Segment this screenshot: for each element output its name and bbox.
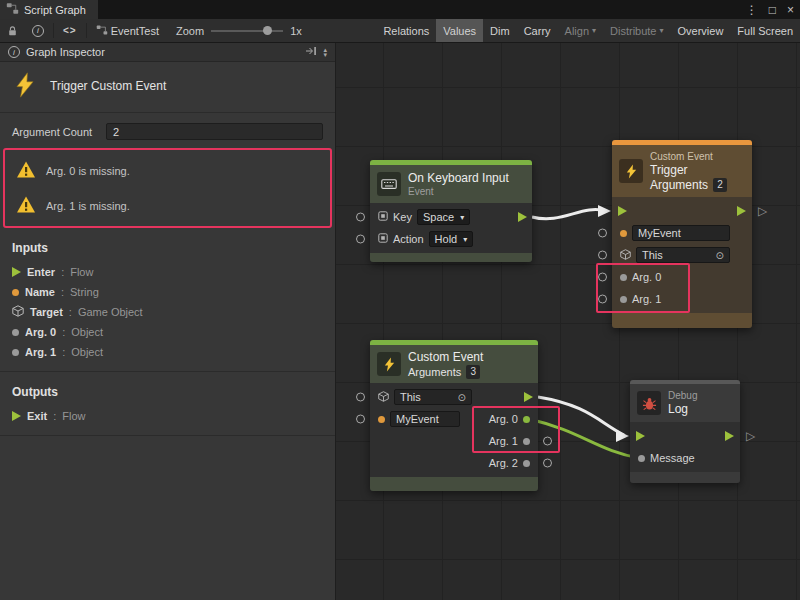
arg1-outer-port[interactable]	[543, 437, 552, 446]
arg1-row: Arg. 1	[612, 288, 752, 310]
object-port-icon	[620, 274, 627, 281]
window-menu-icon[interactable]: ⋮	[746, 3, 758, 17]
string-port-icon	[620, 230, 627, 237]
port-list-item: Target : Game Object	[12, 302, 323, 322]
align-label: Align	[565, 25, 589, 37]
node-header: Custom Event Arguments 3	[370, 345, 538, 383]
lock-icon[interactable]	[0, 19, 25, 42]
action-dropdown[interactable]: Hold ▾	[429, 231, 474, 247]
info-button[interactable]: i	[25, 19, 51, 42]
action-input-port[interactable]	[356, 235, 365, 244]
wire-arguments-to-debug[interactable]	[538, 397, 624, 435]
string-port-icon	[378, 416, 385, 423]
action-label: Action	[393, 233, 424, 245]
continue-indicator-icon: ▷	[758, 204, 767, 218]
inputs-section-header: Inputs	[12, 241, 323, 255]
continue-indicator-icon: ▷	[746, 429, 755, 443]
arg0-input-port[interactable]	[598, 273, 607, 282]
warning-text: Arg. 0 is missing.	[46, 165, 130, 177]
action-row: Action Hold ▾	[370, 228, 532, 250]
arg2-output-port[interactable]	[523, 460, 530, 467]
carry-button[interactable]: Carry	[517, 19, 558, 42]
relations-button[interactable]: Relations	[376, 19, 436, 42]
inspected-unit-title: Trigger Custom Event	[50, 79, 166, 93]
dock-icon[interactable]	[305, 46, 317, 58]
inspector-header-title: Graph Inspector	[26, 46, 105, 58]
node-title: Trigger	[650, 163, 727, 177]
arg0-row: Arg. 0	[612, 266, 752, 288]
flow-output-port[interactable]	[725, 431, 734, 441]
graph-canvas[interactable]: On Keyboard Input Event Key Space ▾	[336, 43, 800, 600]
align-button[interactable]: Align ▾	[558, 19, 603, 42]
custom-event-icon	[12, 72, 38, 100]
window-maximize-icon[interactable]: □	[769, 3, 776, 17]
key-row: Key Space ▾	[370, 206, 532, 228]
port-list-item: Name : String	[12, 282, 323, 302]
tab-script-graph[interactable]: Script Graph	[0, 0, 98, 19]
node-title: On Keyboard Input	[408, 171, 509, 185]
target-field[interactable]: This ⊙	[394, 389, 472, 405]
target-input-port[interactable]	[598, 251, 607, 260]
target-field[interactable]: This ⊙	[636, 247, 730, 263]
port-type: Object	[71, 326, 103, 338]
code-view-button[interactable]: <>	[56, 19, 84, 42]
name-input-port[interactable]	[356, 415, 365, 424]
full-screen-button[interactable]: Full Screen	[730, 19, 800, 42]
node-on-keyboard-input[interactable]: On Keyboard Input Event Key Space ▾	[370, 160, 532, 262]
message-input-port[interactable]	[638, 455, 645, 462]
argument-count-badge: 2	[713, 178, 727, 192]
object-picker-icon[interactable]: ⊙	[458, 392, 466, 403]
arg2-outer-port[interactable]	[543, 459, 552, 468]
graph-inspector-panel: i Graph Inspector ▴ ▾ Trigger Custom Eve…	[0, 43, 336, 600]
graph-reference[interactable]: EventTest	[89, 19, 166, 42]
event-name-field[interactable]: MyEvent	[390, 411, 460, 427]
arg1-output-port[interactable]	[523, 438, 530, 445]
target-input-port[interactable]	[356, 393, 365, 402]
window-close-icon[interactable]: ×	[787, 3, 794, 17]
node-footer	[630, 472, 740, 483]
values-button[interactable]: Values	[436, 19, 483, 42]
arg2-row: Arg. 2	[370, 452, 538, 474]
toolbar-separator	[86, 23, 87, 38]
node-custom-event[interactable]: Custom Event Arguments 3 This ⊙	[370, 340, 538, 491]
node-debug-log[interactable]: Debug Log Message	[630, 380, 740, 483]
port-name: Name	[25, 286, 55, 298]
graph-toolbar: i <> EventTest Zoom 1x Relations Values …	[0, 19, 800, 43]
overview-button[interactable]: Overview	[671, 19, 731, 42]
arg1-input-port[interactable]	[598, 295, 607, 304]
port-list-item: Exit : Flow	[12, 406, 323, 426]
graph-name: EventTest	[111, 25, 159, 37]
flow-output-port[interactable]	[518, 212, 527, 222]
node-header: On Keyboard Input Event	[370, 165, 532, 203]
flow-output-port[interactable]	[737, 206, 746, 216]
flow-output-port[interactable]	[524, 392, 533, 402]
zoom-slider-knob[interactable]	[263, 26, 272, 35]
key-label: Key	[393, 211, 412, 223]
spinner-icon[interactable]: ▴ ▾	[323, 47, 327, 57]
flow-input-port[interactable]	[636, 431, 645, 441]
warning-row: Arg. 1 is missing.	[7, 188, 328, 223]
node-subtitle: Arguments 3	[408, 365, 483, 379]
target-row: This ⊙	[370, 386, 538, 408]
name-input-port[interactable]	[598, 229, 607, 238]
action-value: Hold	[435, 233, 458, 245]
object-picker-icon[interactable]: ⊙	[716, 250, 724, 261]
port-name: Arg. 0	[25, 326, 56, 338]
info-icon: i	[32, 25, 44, 37]
node-trigger-custom-event[interactable]: Custom Event Trigger Arguments 2	[612, 140, 752, 328]
argument-count-input[interactable]: 2	[106, 123, 323, 140]
dim-button[interactable]: Dim	[483, 19, 517, 42]
wire-keyboard-to-trigger[interactable]	[532, 210, 606, 219]
zoom-slider[interactable]	[211, 30, 283, 32]
key-dropdown[interactable]: Space ▾	[417, 209, 470, 225]
event-name-field[interactable]: MyEvent	[632, 225, 730, 241]
arg0-output-port[interactable]	[523, 416, 530, 423]
node-subtitle: Event	[408, 186, 509, 197]
distribute-button[interactable]: Distribute ▾	[603, 19, 670, 42]
event-name-row: MyEvent	[612, 222, 752, 244]
outputs-section-header: Outputs	[12, 385, 323, 399]
flow-input-port[interactable]	[618, 206, 627, 216]
key-input-port[interactable]	[356, 213, 365, 222]
arg0-label: Arg. 0	[632, 271, 661, 283]
flow-row	[630, 425, 740, 447]
